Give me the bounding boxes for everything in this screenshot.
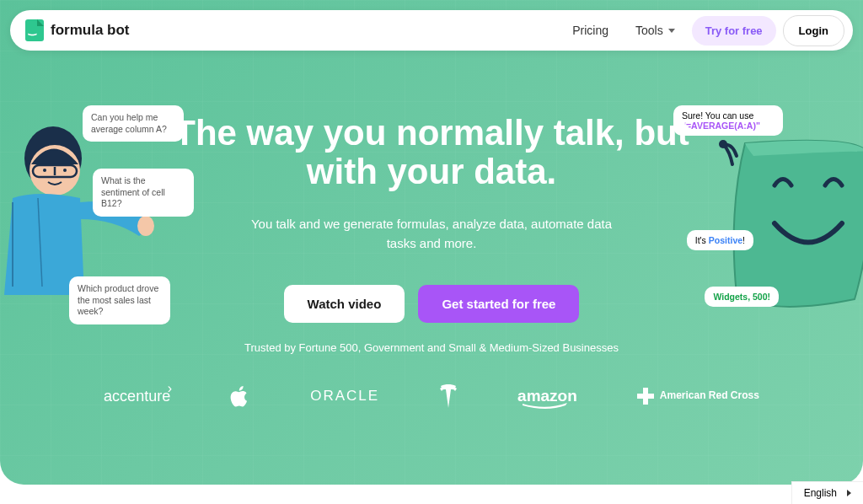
trusted-text: Trusted by Fortune 500, Government and S… xyxy=(244,341,619,354)
company-logos: accenture › ORACLE amazon American Red C… xyxy=(0,383,863,409)
redcross-logo: American Red Cross xyxy=(636,387,759,405)
hero-buttons: Watch video Get started for free xyxy=(137,285,726,323)
language-label: English xyxy=(804,487,837,499)
accenture-logo: accenture › xyxy=(104,388,170,405)
logo[interactable]: formula bot xyxy=(25,19,130,41)
chevron-right-icon xyxy=(847,490,851,496)
chevron-down-icon xyxy=(668,29,675,33)
svg-point-5 xyxy=(63,169,67,172)
svg-point-4 xyxy=(43,169,46,172)
hero-title: The way you normally talk, but with your… xyxy=(137,114,726,191)
amazon-logo: amazon xyxy=(517,387,577,405)
language-selector[interactable]: English xyxy=(791,481,863,504)
logo-icon xyxy=(25,19,44,41)
try-free-button[interactable]: Try for free xyxy=(692,16,776,46)
oracle-logo: ORACLE xyxy=(310,388,379,405)
get-started-button[interactable]: Get started for free xyxy=(418,285,579,323)
nav-pricing[interactable]: Pricing xyxy=(562,17,619,44)
navbar: formula bot Pricing Tools Try for free L… xyxy=(10,10,853,51)
nav-tools[interactable]: Tools xyxy=(625,17,685,44)
brand-name: formula bot xyxy=(51,22,130,39)
watch-video-button[interactable]: Watch video xyxy=(284,285,405,323)
svg-rect-9 xyxy=(637,394,654,399)
tesla-logo xyxy=(438,384,458,408)
hero-section: Can you help me average column A? What i… xyxy=(0,0,863,485)
login-button[interactable]: Login xyxy=(783,15,844,46)
hero-subtitle: You talk and we generate formulas, analy… xyxy=(246,215,617,253)
apple-logo xyxy=(229,383,251,409)
